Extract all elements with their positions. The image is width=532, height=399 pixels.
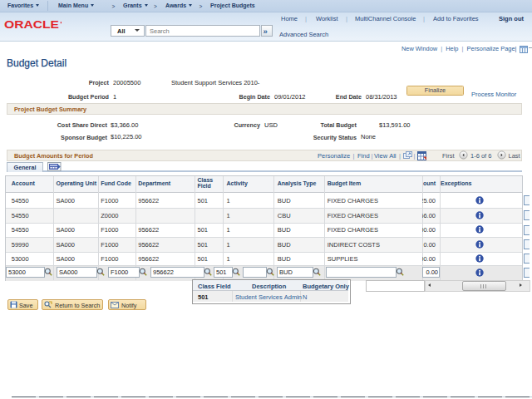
svg-text:ORACLE: ORACLE — [4, 20, 59, 30]
